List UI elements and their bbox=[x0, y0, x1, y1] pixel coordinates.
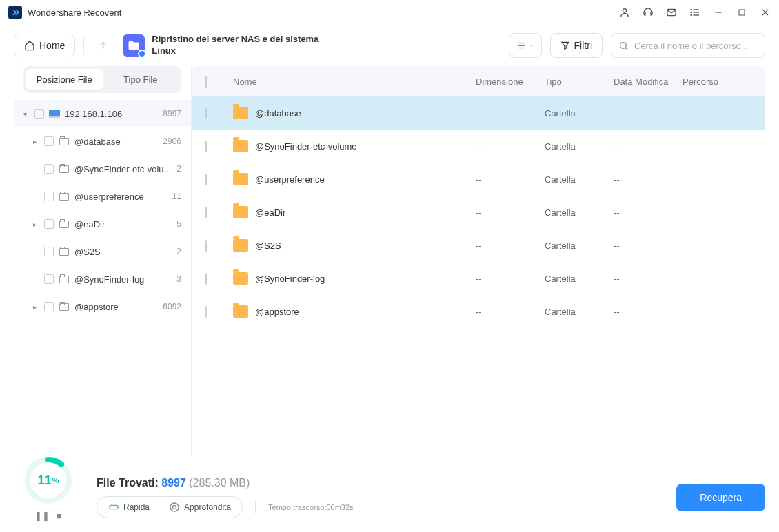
tab-position[interactable]: Posizione File bbox=[26, 69, 103, 90]
row-checkbox[interactable] bbox=[205, 108, 207, 119]
row-checkbox[interactable] bbox=[205, 207, 207, 218]
scan-deep-pill[interactable]: Approfondita bbox=[159, 498, 241, 516]
maximize-icon[interactable] bbox=[736, 7, 747, 18]
close-icon[interactable] bbox=[760, 7, 771, 18]
table-row[interactable]: @eaDir -- Cartella -- bbox=[192, 196, 765, 229]
progress-percent: 11 bbox=[38, 473, 52, 488]
tree-checkbox[interactable] bbox=[44, 192, 54, 201]
tree-checkbox[interactable] bbox=[44, 274, 54, 284]
filter-button[interactable]: Filtri bbox=[550, 33, 603, 58]
found-count: 8997 bbox=[161, 477, 186, 489]
tree-item[interactable]: ▸ @eaDir 5 bbox=[14, 210, 191, 238]
progress-area: 11% ❚❚ ■ bbox=[14, 456, 83, 521]
tree-checkbox[interactable] bbox=[44, 247, 54, 256]
tree-item[interactable]: @S2S 2 bbox=[14, 238, 191, 265]
tree-item[interactable]: ▸ @appstore 6092 bbox=[14, 293, 191, 320]
tab-type[interactable]: Tipo File bbox=[103, 69, 179, 90]
folder-icon bbox=[233, 239, 248, 252]
col-modified[interactable]: Data Modifica bbox=[614, 76, 682, 87]
row-checkbox[interactable] bbox=[205, 240, 207, 252]
divider bbox=[255, 501, 256, 513]
fast-scan-icon bbox=[108, 502, 119, 513]
table-row[interactable]: @userpreference -- Cartella -- bbox=[192, 163, 765, 196]
caret-down-icon[interactable]: ▾ bbox=[19, 110, 30, 118]
tree-checkbox[interactable] bbox=[44, 164, 54, 174]
support-icon[interactable] bbox=[643, 7, 654, 18]
pause-button[interactable]: ❚❚ bbox=[34, 511, 50, 521]
table-row[interactable]: @SynoFinder-etc-volume -- Cartella -- bbox=[192, 130, 765, 163]
table-row[interactable]: @appstore -- Cartella -- bbox=[192, 295, 765, 328]
tree-item[interactable]: @userpreference 11 bbox=[14, 183, 191, 210]
svg-point-22 bbox=[172, 505, 176, 509]
row-checkbox[interactable] bbox=[205, 273, 207, 285]
row-name: @userpreference bbox=[255, 174, 325, 185]
user-icon[interactable] bbox=[619, 7, 630, 18]
list-icon[interactable] bbox=[689, 7, 700, 18]
tree-item-label: @S2S bbox=[74, 247, 174, 257]
caret-icon[interactable]: ▸ bbox=[29, 221, 40, 228]
tree-checkbox[interactable] bbox=[34, 109, 44, 119]
app-title: Wondershare Recoverit bbox=[28, 8, 121, 18]
col-type[interactable]: Tipo bbox=[545, 76, 614, 87]
select-all-checkbox[interactable] bbox=[205, 76, 207, 88]
footer-main: File Trovati: 8997 (285.30 MB) Rapida Ap… bbox=[83, 477, 676, 521]
tree: ▾ 192.168.1.106 8997 ▸ @database 2906 @S… bbox=[14, 100, 191, 320]
scan-fast-pill[interactable]: Rapida bbox=[99, 498, 159, 516]
folder-icon bbox=[58, 138, 70, 145]
svg-rect-9 bbox=[739, 10, 745, 15]
elapsed-time: Tempo trascorso:06m32s bbox=[268, 503, 354, 511]
row-checkbox[interactable] bbox=[205, 141, 207, 152]
row-type: Cartella bbox=[545, 207, 614, 218]
caret-icon[interactable]: ▸ bbox=[29, 138, 40, 145]
col-path[interactable]: Percorso bbox=[682, 76, 751, 87]
folder-icon bbox=[58, 193, 70, 201]
search-box[interactable] bbox=[611, 33, 765, 58]
row-name: @S2S bbox=[255, 241, 281, 251]
nav-up-button[interactable] bbox=[92, 34, 114, 57]
scan-mode-pills: Rapida Approfondita bbox=[97, 496, 243, 518]
tree-item[interactable]: ▸ @database 2906 bbox=[14, 127, 191, 155]
table-row[interactable]: @S2S -- Cartella -- bbox=[192, 229, 765, 262]
file-table: Nome Dimensione Tipo Data Modifica Perco… bbox=[192, 66, 765, 455]
tree-root[interactable]: ▾ 192.168.1.106 8997 bbox=[14, 100, 191, 127]
table-row[interactable]: @SynoFinder-log -- Cartella -- bbox=[192, 262, 765, 295]
stop-button[interactable]: ■ bbox=[57, 511, 62, 521]
row-checkbox[interactable] bbox=[205, 306, 207, 318]
minimize-icon[interactable] bbox=[713, 7, 724, 18]
caret-icon[interactable]: ▸ bbox=[29, 303, 40, 311]
folder-icon bbox=[58, 276, 70, 283]
tree-item-label: @SynoFinder-log bbox=[74, 274, 174, 285]
table-header: Nome Dimensione Tipo Data Modifica Perco… bbox=[192, 66, 765, 96]
nas-icon bbox=[123, 34, 145, 57]
row-modified: -- bbox=[614, 207, 682, 218]
folder-icon bbox=[233, 140, 248, 152]
divider bbox=[83, 36, 84, 55]
sidebar: Posizione File Tipo File ▾ 192.168.1.106… bbox=[14, 66, 192, 455]
scan-fast-label: Rapida bbox=[123, 502, 150, 512]
folder-icon bbox=[233, 206, 248, 218]
found-size: (285.30 MB) bbox=[186, 477, 250, 489]
tree-item-count: 5 bbox=[176, 219, 181, 229]
tree-checkbox[interactable] bbox=[44, 136, 54, 146]
row-checkbox[interactable] bbox=[205, 174, 207, 185]
search-input[interactable] bbox=[634, 41, 758, 51]
svg-point-6 bbox=[691, 12, 691, 12]
tree-item[interactable]: @SynoFinder-etc-volu... 2 bbox=[14, 155, 191, 183]
found-label: File Trovati: bbox=[97, 477, 161, 489]
row-modified: -- bbox=[614, 241, 682, 251]
home-button[interactable]: Home bbox=[14, 34, 75, 57]
col-name[interactable]: Nome bbox=[226, 76, 476, 87]
view-mode-button[interactable] bbox=[509, 33, 542, 58]
recover-button[interactable]: Recupera bbox=[676, 484, 765, 511]
tree-item-label: @appstore bbox=[74, 302, 160, 312]
tree-checkbox[interactable] bbox=[44, 219, 54, 229]
row-name: @SynoFinder-etc-volume bbox=[255, 141, 357, 152]
mail-icon[interactable] bbox=[666, 7, 677, 18]
row-modified: -- bbox=[614, 141, 682, 152]
tree-item-count: 6092 bbox=[163, 302, 181, 311]
row-name: @database bbox=[255, 108, 301, 119]
tree-checkbox[interactable] bbox=[44, 302, 54, 311]
tree-item[interactable]: @SynoFinder-log 3 bbox=[14, 265, 191, 293]
col-dimension[interactable]: Dimensione bbox=[476, 76, 545, 87]
table-row[interactable]: @database -- Cartella -- bbox=[192, 96, 765, 130]
